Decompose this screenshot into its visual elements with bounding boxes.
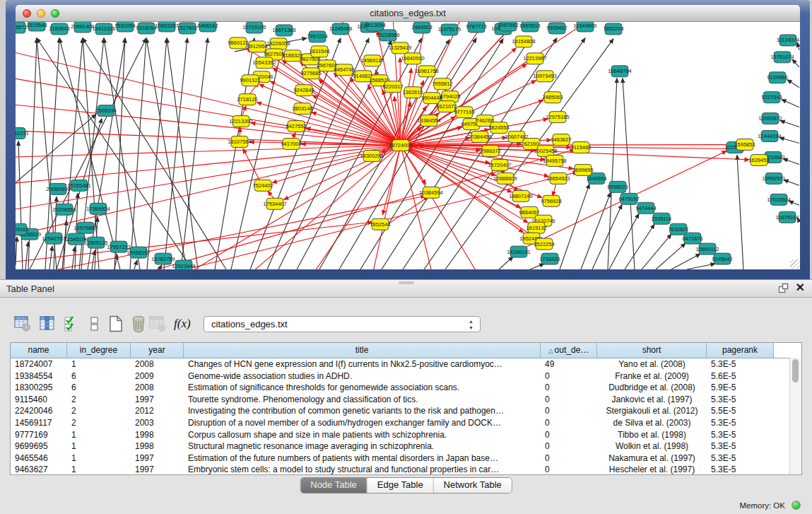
- graph-node[interactable]: 18724007: [389, 140, 412, 151]
- graph-edge[interactable]: [83, 38, 226, 269]
- graph-node[interactable]: 20206556: [52, 204, 76, 215]
- graph-node[interactable]: 1615132: [526, 222, 546, 233]
- table-options-icon[interactable]: [14, 315, 31, 332]
- graph-edge[interactable]: [18, 141, 23, 269]
- graph-node[interactable]: 11544909: [574, 22, 597, 32]
- graph-node[interactable]: 1639453: [748, 154, 769, 165]
- graph-node[interactable]: 7957224: [307, 31, 327, 42]
- graph-node[interactable]: 15155481: [67, 180, 90, 191]
- graph-node[interactable]: 8969519: [519, 22, 540, 32]
- graph-node[interactable]: 9129966: [767, 72, 787, 83]
- scrollbar-thumb[interactable]: [792, 359, 799, 382]
- graph-node[interactable]: 7852204: [603, 23, 623, 35]
- graph-node[interactable]: 18226058: [266, 38, 290, 49]
- graph-node[interactable]: 9699695: [572, 164, 593, 175]
- table-row[interactable]: 969969511998Structural magnetic resonanc…: [11, 440, 801, 452]
- graph-node[interactable]: 15751074: [770, 52, 794, 63]
- graph-edge[interactable]: [642, 234, 671, 269]
- graph-node[interactable]: 12505135: [84, 237, 107, 248]
- tab-network-table[interactable]: Network Table: [434, 478, 512, 493]
- graph-edge[interactable]: [581, 192, 611, 269]
- graph-node[interactable]: 8220317: [382, 81, 403, 93]
- graph-edge[interactable]: [784, 180, 799, 185]
- graph-edge[interactable]: [16, 115, 96, 183]
- table-scrollbar[interactable]: [789, 358, 801, 474]
- graph-edge[interactable]: [16, 237, 17, 265]
- graph-node[interactable]: 14196141: [507, 246, 530, 257]
- graph-edge[interactable]: [792, 59, 799, 67]
- graph-node[interactable]: 17534407: [263, 198, 286, 209]
- graph-node[interactable]: 8454749: [334, 64, 354, 76]
- graph-node[interactable]: 17359924: [86, 203, 110, 214]
- close-panel-button[interactable]: ✕: [796, 282, 805, 293]
- graph-node[interactable]: 1515548: [26, 22, 47, 31]
- graph-node[interactable]: 12444194: [758, 131, 781, 142]
- graph-edge[interactable]: [259, 84, 401, 145]
- graph-edge[interactable]: [787, 80, 799, 88]
- graph-node[interactable]: 20691406: [71, 22, 94, 33]
- graph-node[interactable]: 15720407: [488, 159, 511, 170]
- table-selector[interactable]: citations_edges.txt ▲▼: [204, 316, 481, 332]
- graph-node[interactable]: 20364456: [468, 132, 491, 143]
- graph-edge[interactable]: [146, 38, 187, 269]
- graph-node[interactable]: 10543392: [252, 57, 276, 69]
- graph-edge[interactable]: [553, 183, 556, 196]
- graph-node[interactable]: 2718120: [237, 94, 257, 105]
- graph-node[interactable]: 11325419: [389, 42, 412, 54]
- graph-node[interactable]: 2935114: [652, 213, 672, 224]
- graph-node[interactable]: 9275685: [300, 68, 321, 79]
- graph-node[interactable]: 9463627: [551, 134, 571, 146]
- graph-node[interactable]: 18300295: [360, 150, 383, 161]
- graph-edge[interactable]: [782, 100, 799, 107]
- graph-node[interactable]: 2484503: [411, 22, 432, 33]
- graph-edge[interactable]: [164, 38, 187, 269]
- graph-node[interactable]: 2405572: [16, 22, 28, 33]
- show-columns-icon[interactable]: [39, 315, 56, 332]
- graph-node[interactable]: 11124374: [777, 35, 799, 46]
- table-row[interactable]: 946554611997Estimation of the future num…: [11, 452, 801, 465]
- graph-node[interactable]: 16648794: [608, 66, 631, 77]
- tab-node-table[interactable]: Node Table: [300, 478, 367, 493]
- graph-node[interactable]: 5824554: [488, 122, 509, 134]
- graph-node[interactable]: 9242848: [293, 85, 314, 96]
- table-row[interactable]: 1830029562008Estimation of significance …: [11, 382, 801, 394]
- graph-edge[interactable]: [592, 204, 622, 269]
- graph-edge[interactable]: [499, 257, 513, 269]
- graph-node[interactable]: 1733426: [539, 253, 560, 264]
- graph-node[interactable]: 9756928: [541, 195, 561, 206]
- graph-node[interactable]: 16154808: [512, 36, 535, 47]
- graph-node[interactable]: 10688609: [493, 173, 517, 184]
- graph-node[interactable]: 7524402: [252, 180, 273, 191]
- selection-mode-icon[interactable]: [64, 315, 81, 332]
- graph-node[interactable]: 16671388: [272, 25, 295, 36]
- graph-node[interactable]: 10654112: [696, 243, 719, 255]
- column-header-title[interactable]: title: [184, 343, 541, 358]
- graph-edge[interactable]: [372, 146, 401, 269]
- graph-edge[interactable]: [783, 158, 799, 164]
- graph-edge[interactable]: [167, 38, 198, 269]
- graph-edge[interactable]: [16, 146, 401, 238]
- tab-edge-table[interactable]: Edge Table: [367, 478, 434, 493]
- graph-node[interactable]: 16640910: [401, 53, 424, 64]
- graph-node[interactable]: 9901321: [240, 75, 260, 86]
- graph-node[interactable]: 12975185: [546, 112, 569, 123]
- graph-node[interactable]: 2505334: [95, 105, 116, 117]
- graph-edge[interactable]: [147, 38, 167, 269]
- graph-node[interactable]: 1527602: [177, 23, 197, 34]
- graph-edge[interactable]: [608, 78, 617, 269]
- graph-edge[interactable]: [181, 38, 208, 269]
- graph-node[interactable]: 9417004: [281, 139, 301, 150]
- column-header-pagerank[interactable]: pagerank: [707, 343, 774, 358]
- graph-node[interactable]: 19411326: [93, 23, 116, 35]
- graph-node[interactable]: 11245488: [329, 23, 353, 35]
- graph-node[interactable]: 7852544: [370, 218, 390, 230]
- graph-node[interactable]: 9245042: [712, 253, 732, 264]
- graph-edge[interactable]: [25, 242, 28, 269]
- graph-node[interactable]: 1362615: [402, 87, 423, 98]
- graph-node[interactable]: 6479197: [618, 193, 639, 204]
- table-row[interactable]: 911546021997Tourette syndrome. Phenomeno…: [11, 394, 801, 406]
- delete-column-icon[interactable]: [130, 315, 147, 332]
- table-row[interactable]: 946362711997Embryonic stem cells: a mode…: [11, 464, 801, 476]
- graph-node[interactable]: 12923448: [172, 260, 195, 269]
- create-column-icon[interactable]: [107, 315, 124, 332]
